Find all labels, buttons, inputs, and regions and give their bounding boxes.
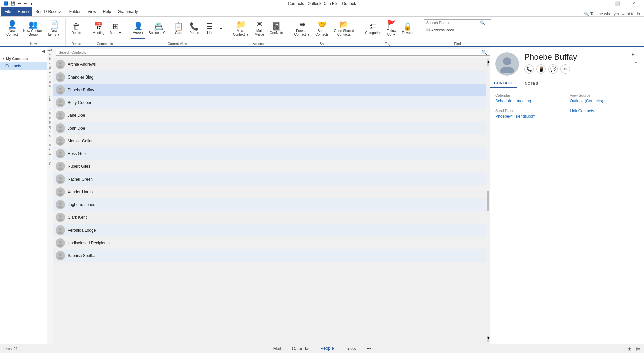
schedule-meeting-link[interactable]: Schedule a meeting — [495, 99, 531, 103]
new-contact-group-button[interactable]: 👥 New ContactGroup — [21, 18, 45, 39]
share-contacts-button[interactable]: 🤝 ShareContacts — [313, 18, 331, 39]
close-button[interactable]: ✕ — [626, 0, 641, 7]
sidebar-item-contacts[interactable]: Contacts — [0, 62, 47, 70]
alpha-w[interactable]: w — [47, 152, 53, 157]
alpha-l[interactable]: l — [47, 102, 53, 107]
save-btn[interactable]: 💾 — [10, 1, 16, 6]
send-email-link[interactable]: Phoebe@Friends.com — [495, 114, 536, 119]
categorize-button[interactable]: 🏷 Categorize — [363, 18, 383, 39]
alpha-c[interactable]: c — [47, 61, 53, 66]
tab-grammarly[interactable]: Grammarly — [114, 7, 141, 16]
nav-more[interactable]: ••• — [364, 344, 374, 353]
alpha-d[interactable]: d — [47, 66, 53, 70]
alpha-123[interactable]: 123 — [47, 48, 53, 52]
open-shared-contacts-button[interactable]: 📂 Open SharedContacts — [332, 18, 357, 39]
nav-tasks[interactable]: Tasks — [342, 344, 359, 353]
detail-email-button[interactable]: ✉ — [560, 64, 570, 74]
grid-view-button[interactable]: ▤ — [635, 345, 641, 352]
alpha-s[interactable]: s — [47, 134, 53, 139]
search-contacts-input[interactable] — [56, 49, 490, 56]
detail-video-button[interactable]: 💬 — [548, 64, 558, 74]
alpha-f[interactable]: f — [47, 75, 53, 80]
redo-btn[interactable]: ↪ — [23, 1, 28, 6]
contact-row[interactable]: Veronica Lodge — [53, 224, 486, 237]
move-contact-button[interactable]: 📁 MoveContact ▼ — [231, 18, 251, 39]
forward-contact-button[interactable]: ➡ ForwardContact ▼ — [292, 18, 312, 39]
contact-row[interactable]: Ross Geller — [53, 147, 486, 160]
tab-contact[interactable]: CONTACT — [490, 79, 517, 88]
contact-row[interactable]: John Doe — [53, 122, 486, 135]
alpha-z[interactable]: z — [47, 165, 53, 170]
alpha-r[interactable]: r — [47, 129, 53, 134]
nav-mail[interactable]: Mail — [271, 344, 284, 353]
new-items-button[interactable]: 📄 NewItems ▼ — [46, 18, 63, 39]
tab-help[interactable]: Help — [100, 7, 115, 16]
mail-merge-button[interactable]: ✉ MailMerge — [252, 18, 267, 39]
link-contacts-link[interactable]: Link Contacts... — [570, 109, 598, 113]
alpha-h[interactable]: h — [47, 84, 53, 89]
outlook-icon[interactable]: 🟦 — [3, 1, 9, 6]
delete-button[interactable]: 🗑 Delete — [69, 18, 84, 39]
contact-row[interactable]: Jughead Jones — [53, 198, 486, 211]
nav-people[interactable]: People — [318, 344, 336, 353]
restore-button[interactable]: ⬜ — [610, 0, 625, 7]
contact-row[interactable]: Rupert Giles — [53, 160, 486, 173]
more-button[interactable]: ⊞ More ▼ — [107, 18, 124, 39]
alpha-m[interactable]: m — [47, 107, 53, 111]
meeting-button[interactable]: 📅 Meeting — [90, 18, 107, 39]
address-book-button[interactable]: 📖 Address Book — [424, 27, 491, 33]
alpha-p[interactable]: p — [47, 120, 53, 125]
tab-view[interactable]: View — [84, 7, 100, 16]
search-contacts-button[interactable]: 🔍 — [481, 50, 487, 55]
contact-row[interactable]: Betty Cooper — [53, 96, 486, 109]
qa-dropdown[interactable]: ▼ — [29, 1, 34, 6]
alpha-t[interactable]: t — [47, 138, 53, 143]
view-dropdown-button[interactable]: ▼ — [218, 18, 224, 39]
nav-calendar[interactable]: Calendar — [289, 344, 312, 353]
tell-me-bar[interactable]: 🔍 Tell me what you want to do — [581, 12, 643, 16]
view-people-button[interactable]: 👤 People — [130, 18, 146, 39]
contact-row[interactable]: Undisclosed Recipients — [53, 237, 486, 249]
alpha-v[interactable]: v — [47, 147, 53, 152]
scrollbar[interactable]: ▲ ▼ — [486, 58, 490, 344]
contact-row[interactable]: Clark Kent — [53, 211, 486, 224]
minimize-button[interactable]: ─ — [594, 0, 609, 7]
undo-btn[interactable]: ↩ — [17, 1, 22, 6]
search-people-input[interactable] — [426, 21, 480, 25]
onenote-button[interactable]: 📓 OneNote — [267, 18, 285, 39]
tab-home[interactable]: Home — [14, 7, 32, 16]
contact-row[interactable]: Phoebe Buffay — [53, 84, 486, 96]
tab-notes[interactable]: NOTES — [521, 79, 542, 88]
alpha-o[interactable]: o — [47, 116, 53, 120]
tab-file[interactable]: File — [1, 7, 14, 16]
contact-row[interactable]: Rachel Green — [53, 173, 486, 186]
alpha-b[interactable]: b — [47, 57, 53, 61]
follow-up-button[interactable]: 🚩 FollowUp ▼ — [384, 18, 399, 39]
alpha-x[interactable]: x — [47, 156, 53, 161]
alpha-g[interactable]: g — [47, 80, 53, 84]
detail-more-button[interactable]: ... — [635, 58, 639, 64]
alpha-k[interactable]: k — [47, 98, 53, 102]
private-button[interactable]: 🔒 Private — [400, 18, 415, 39]
view-source-link[interactable]: Outlook (Contacts) — [570, 99, 603, 103]
alpha-a[interactable]: a — [47, 52, 53, 57]
alpha-j[interactable]: j — [47, 93, 53, 98]
new-contact-button[interactable]: 👤 NewContact — [4, 18, 20, 39]
view-card-button[interactable]: 📋 Card — [171, 18, 186, 39]
alpha-y[interactable]: y — [47, 161, 53, 166]
alpha-u[interactable]: u — [47, 143, 53, 148]
scroll-up-arrow[interactable]: ▲ — [487, 59, 489, 66]
alpha-n[interactable]: n — [47, 111, 53, 116]
detail-edit-button[interactable]: Edit — [632, 52, 639, 57]
alpha-e[interactable]: e — [47, 70, 53, 75]
sidebar-toggle-button[interactable]: ◀ — [42, 48, 45, 54]
contact-row[interactable]: Sabrina Spell... — [53, 249, 486, 262]
contact-row[interactable]: Monica Geller — [53, 135, 486, 147]
scroll-thumb[interactable] — [487, 191, 489, 211]
view-phone-button[interactable]: 📞 Phone — [187, 18, 202, 39]
detail-call-button[interactable]: 📱 — [536, 64, 546, 74]
alpha-i[interactable]: i — [47, 89, 53, 93]
view-business-card-button[interactable]: 📇 Business C... — [146, 18, 171, 39]
contact-row[interactable]: Chandler Bing — [53, 71, 486, 84]
tab-folder[interactable]: Folder — [66, 7, 84, 16]
